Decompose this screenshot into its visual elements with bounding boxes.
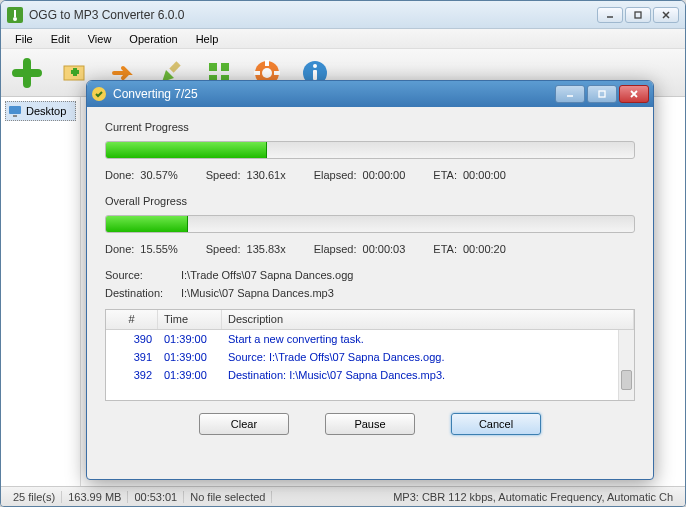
- log-cell-desc: Destination: I:\Music\07 Sapna Dances.mp…: [222, 369, 634, 381]
- overall-progress-bar: [105, 215, 635, 233]
- log-cell-time: 01:39:00: [158, 333, 222, 345]
- converting-dialog: Converting 7/25 Current Progress Done: 3…: [86, 80, 654, 480]
- overall-done-label: Done:: [105, 243, 134, 255]
- current-speed-value: 130.61x: [247, 169, 286, 181]
- svg-rect-23: [599, 91, 605, 97]
- status-files: 25 file(s): [7, 491, 62, 503]
- log-header-desc[interactable]: Description: [222, 310, 634, 329]
- tree-item-label: Desktop: [26, 105, 66, 117]
- current-done-value: 30.57%: [140, 169, 177, 181]
- overall-elapsed-label: Elapsed:: [314, 243, 357, 255]
- log-cell-desc: Start a new converting task.: [222, 333, 634, 345]
- svg-rect-20: [13, 115, 17, 117]
- main-minimize-button[interactable]: [597, 7, 623, 23]
- svg-point-18: [313, 64, 317, 68]
- log-cell-desc: Source: I:\Trade Offs\07 Sapna Dances.og…: [222, 351, 634, 363]
- menu-view[interactable]: View: [80, 31, 120, 47]
- overall-elapsed-value: 00:00:03: [363, 243, 406, 255]
- status-duration: 00:53:01: [128, 491, 184, 503]
- cancel-button[interactable]: Cancel: [451, 413, 541, 435]
- menu-file[interactable]: File: [7, 31, 41, 47]
- current-eta-value: 00:00:00: [463, 169, 506, 181]
- svg-rect-12: [265, 60, 269, 66]
- current-progress-label: Current Progress: [105, 121, 635, 133]
- log-table: # Time Description 39001:39:00Start a ne…: [105, 309, 635, 401]
- app-icon: [7, 7, 23, 23]
- svg-point-1: [13, 17, 17, 21]
- folder-tree[interactable]: Desktop: [1, 97, 81, 486]
- dialog-title: Converting 7/25: [113, 87, 555, 101]
- main-title: OGG to MP3 Converter 6.0.0: [29, 8, 597, 22]
- log-row[interactable]: 39101:39:00Source: I:\Trade Offs\07 Sapn…: [106, 348, 634, 366]
- svg-rect-14: [254, 71, 260, 75]
- dialog-maximize-button[interactable]: [587, 85, 617, 103]
- current-elapsed-value: 00:00:00: [363, 169, 406, 181]
- log-header-num[interactable]: #: [106, 310, 158, 329]
- status-selection: No file selected: [184, 491, 272, 503]
- pause-button[interactable]: Pause: [325, 413, 415, 435]
- current-progress-fill: [106, 142, 267, 158]
- current-done-label: Done:: [105, 169, 134, 181]
- overall-done-value: 15.55%: [140, 243, 177, 255]
- current-eta-label: ETA:: [433, 169, 457, 181]
- log-cell-time: 01:39:00: [158, 351, 222, 363]
- destination-label: Destination:: [105, 287, 181, 299]
- log-cell-num: 391: [106, 351, 158, 363]
- status-bar: 25 file(s) 163.99 MB 00:53:01 No file se…: [1, 486, 685, 506]
- tree-item-desktop[interactable]: Desktop: [5, 101, 76, 121]
- svg-rect-7: [221, 63, 229, 71]
- log-cell-time: 01:39:00: [158, 369, 222, 381]
- dialog-icon: [91, 86, 107, 102]
- svg-rect-5: [169, 61, 180, 72]
- svg-point-11: [262, 68, 272, 78]
- main-titlebar: OGG to MP3 Converter 6.0.0: [1, 1, 685, 29]
- source-path: I:\Trade Offs\07 Sapna Dances.ogg: [181, 269, 353, 281]
- main-close-button[interactable]: [653, 7, 679, 23]
- source-label: Source:: [105, 269, 181, 281]
- dialog-close-button[interactable]: [619, 85, 649, 103]
- svg-rect-3: [635, 12, 641, 18]
- overall-stats: Done: 15.55% Speed: 135.83x Elapsed: 00:…: [105, 243, 635, 255]
- log-header-time[interactable]: Time: [158, 310, 222, 329]
- main-maximize-button[interactable]: [625, 7, 651, 23]
- overall-progress-label: Overall Progress: [105, 195, 635, 207]
- svg-rect-17: [313, 70, 317, 80]
- menu-edit[interactable]: Edit: [43, 31, 78, 47]
- dialog-titlebar: Converting 7/25: [87, 81, 653, 107]
- svg-rect-6: [209, 63, 217, 71]
- menubar: File Edit View Operation Help: [1, 29, 685, 49]
- menu-help[interactable]: Help: [188, 31, 227, 47]
- overall-speed-label: Speed:: [206, 243, 241, 255]
- status-format: MP3: CBR 112 kbps, Automatic Frequency, …: [272, 491, 679, 503]
- log-header: # Time Description: [106, 310, 634, 330]
- overall-speed-value: 135.83x: [247, 243, 286, 255]
- scroll-thumb[interactable]: [621, 370, 632, 390]
- log-scrollbar[interactable]: [618, 330, 634, 400]
- log-cell-num: 390: [106, 333, 158, 345]
- clear-button[interactable]: Clear: [199, 413, 289, 435]
- log-cell-num: 392: [106, 369, 158, 381]
- status-size: 163.99 MB: [62, 491, 128, 503]
- desktop-icon: [8, 104, 22, 118]
- overall-eta-value: 00:00:20: [463, 243, 506, 255]
- overall-eta-label: ETA:: [433, 243, 457, 255]
- overall-progress-fill: [106, 216, 188, 232]
- destination-path: I:\Music\07 Sapna Dances.mp3: [181, 287, 334, 299]
- current-stats: Done: 30.57% Speed: 130.61x Elapsed: 00:…: [105, 169, 635, 181]
- log-row[interactable]: 39001:39:00Start a new converting task.: [106, 330, 634, 348]
- current-progress-bar: [105, 141, 635, 159]
- log-row[interactable]: 39201:39:00Destination: I:\Music\07 Sapn…: [106, 366, 634, 384]
- current-speed-label: Speed:: [206, 169, 241, 181]
- current-elapsed-label: Elapsed:: [314, 169, 357, 181]
- svg-rect-15: [274, 71, 280, 75]
- svg-rect-19: [9, 106, 21, 114]
- dialog-minimize-button[interactable]: [555, 85, 585, 103]
- menu-operation[interactable]: Operation: [121, 31, 185, 47]
- add-file-button[interactable]: [7, 53, 47, 93]
